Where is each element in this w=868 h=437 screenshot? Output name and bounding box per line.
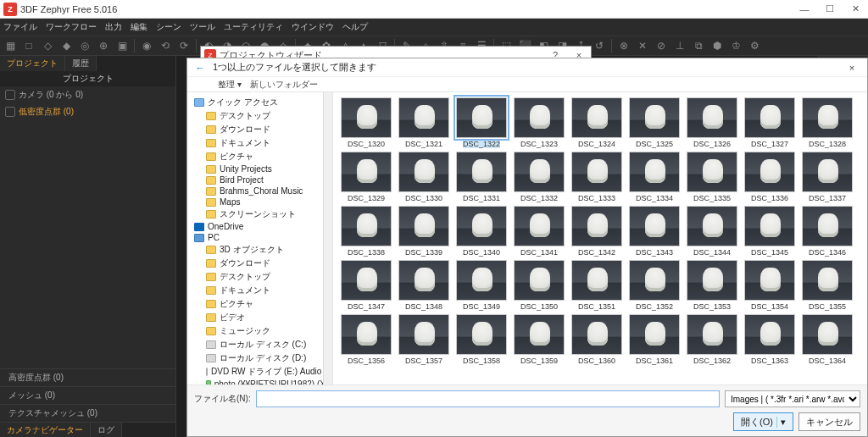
dialog-close-button[interactable]: × bbox=[842, 60, 862, 75]
thumbnail[interactable]: DSC_1353 bbox=[684, 260, 740, 311]
thumbnail[interactable]: DSC_1350 bbox=[511, 260, 567, 311]
tree-item[interactable]: photo (¥¥PIETSURU1982) (X:) bbox=[192, 379, 331, 384]
thumbnail[interactable]: DSC_1333 bbox=[569, 152, 625, 202]
menu-0[interactable]: ファイル bbox=[3, 21, 37, 33]
thumbnail[interactable]: DSC_1323 bbox=[511, 97, 567, 148]
thumbnail[interactable]: DSC_1358 bbox=[453, 314, 509, 365]
file-type-select[interactable]: Images | ( *.3fr *.ari *.arw *.avci bbox=[725, 390, 860, 407]
sidebar-item-0[interactable]: カメラ (0 から 0) bbox=[0, 86, 175, 103]
tree-item[interactable]: ダウンロード bbox=[192, 257, 331, 270]
tree-item[interactable]: ローカル ディスク (D:) bbox=[192, 351, 331, 365]
thumbnail[interactable]: DSC_1355 bbox=[799, 260, 855, 311]
sidebar-item-1[interactable]: 低密度点群 (0) bbox=[0, 103, 175, 120]
thumbnail[interactable]: DSC_1357 bbox=[396, 314, 452, 365]
thumbnail[interactable]: DSC_1337 bbox=[799, 152, 855, 202]
tree-item[interactable]: Brahms_Choral Music bbox=[192, 185, 331, 196]
tree-item[interactable]: デスクトップ bbox=[192, 270, 331, 284]
toolbar-icon-33[interactable]: ⊘ bbox=[654, 39, 668, 53]
menu-5[interactable]: ツール bbox=[190, 21, 215, 33]
tab-camera-navigator[interactable]: カメラナビゲーター bbox=[0, 423, 91, 437]
toolbar-icon-1[interactable]: □ bbox=[22, 39, 36, 53]
tree-item[interactable]: 3D オブジェクト bbox=[192, 243, 331, 257]
toolbar-icon-36[interactable]: ⬢ bbox=[710, 39, 724, 53]
tree-item[interactable]: スクリーンショット bbox=[192, 207, 331, 221]
thumbnail[interactable]: DSC_1335 bbox=[684, 152, 740, 202]
filename-input[interactable] bbox=[256, 390, 720, 407]
thumbnail[interactable]: DSC_1352 bbox=[626, 260, 682, 311]
thumbnail[interactable]: DSC_1354 bbox=[742, 260, 798, 311]
toolbar-icon-6[interactable]: ▣ bbox=[115, 39, 129, 53]
thumbnail[interactable]: DSC_1327 bbox=[742, 97, 798, 148]
tree-item[interactable]: ダウンロード bbox=[192, 123, 331, 136]
tab-history[interactable]: 履歴 bbox=[65, 56, 97, 71]
tree-item[interactable]: ドキュメント bbox=[192, 136, 331, 150]
thumbnail[interactable]: DSC_1339 bbox=[396, 206, 452, 257]
menu-6[interactable]: ユーティリティ bbox=[224, 21, 283, 33]
toolbar-icon-31[interactable]: ⊗ bbox=[617, 39, 631, 53]
thumbnail[interactable]: DSC_1320 bbox=[338, 97, 394, 148]
thumbnail[interactable]: DSC_1356 bbox=[338, 314, 394, 365]
toolbar-icon-7[interactable]: ◉ bbox=[140, 39, 153, 53]
thumbnail[interactable]: DSC_1361 bbox=[626, 314, 682, 365]
thumbnail[interactable]: DSC_1325 bbox=[626, 97, 682, 148]
toolbar-icon-5[interactable]: ⊕ bbox=[97, 39, 110, 53]
thumbnail[interactable]: DSC_1321 bbox=[396, 97, 452, 148]
tree-item[interactable]: ミュージック bbox=[192, 324, 331, 338]
thumbnail[interactable]: DSC_1343 bbox=[626, 206, 682, 257]
thumbnail[interactable]: DSC_1324 bbox=[569, 97, 625, 148]
thumbnail[interactable]: DSC_1359 bbox=[511, 314, 567, 365]
menu-2[interactable]: 出力 bbox=[105, 21, 122, 33]
toolbar-icon-34[interactable]: ⊥ bbox=[673, 39, 687, 53]
tree-item[interactable]: DVD RW ドライブ (E:) Audio CD bbox=[192, 365, 331, 379]
thumbnail[interactable]: DSC_1346 bbox=[799, 206, 855, 257]
thumbnail[interactable]: DSC_1340 bbox=[453, 206, 509, 257]
thumbnail[interactable]: DSC_1341 bbox=[511, 206, 567, 257]
newfolder-button[interactable]: 新しいフォルダー bbox=[250, 79, 318, 91]
toolbar-icon-37[interactable]: ♔ bbox=[729, 39, 743, 53]
toolbar-icon-0[interactable]: ▦ bbox=[3, 39, 17, 53]
tab-log[interactable]: ログ bbox=[91, 423, 122, 437]
thumbnail[interactable]: DSC_1344 bbox=[684, 206, 740, 257]
tree-item[interactable]: ビデオ bbox=[192, 311, 331, 324]
organize-menu[interactable]: 整理 ▾ bbox=[218, 79, 242, 91]
thumbnail[interactable]: DSC_1338 bbox=[338, 206, 394, 257]
thumbnail[interactable]: DSC_1322 bbox=[453, 97, 509, 148]
thumbnail[interactable]: DSC_1364 bbox=[799, 314, 855, 365]
folder-tree[interactable]: クイック アクセスデスクトップダウンロードドキュメントピクチャUnity Pro… bbox=[187, 92, 333, 384]
tree-item[interactable]: ドキュメント bbox=[192, 284, 331, 297]
tab-project[interactable]: プロジェクト bbox=[0, 56, 65, 71]
toolbar-icon-3[interactable]: ◆ bbox=[59, 39, 73, 53]
thumbnail[interactable]: DSC_1330 bbox=[396, 152, 452, 202]
cancel-button[interactable]: キャンセル bbox=[798, 412, 860, 431]
menu-8[interactable]: ヘルプ bbox=[342, 21, 368, 33]
thumbnail[interactable]: DSC_1349 bbox=[453, 260, 509, 311]
thumbnail[interactable]: DSC_1351 bbox=[569, 260, 625, 311]
toolbar-icon-9[interactable]: ⟳ bbox=[177, 39, 191, 53]
tree-item[interactable]: ピクチャ bbox=[192, 297, 331, 311]
thumbnail-pane[interactable]: DSC_1320DSC_1321DSC_1322DSC_1323DSC_1324… bbox=[333, 92, 867, 384]
close-button[interactable]: ✕ bbox=[843, 0, 868, 19]
menu-7[interactable]: ウインドウ bbox=[292, 21, 334, 33]
thumbnail[interactable]: DSC_1360 bbox=[569, 314, 625, 365]
tree-item[interactable]: クイック アクセス bbox=[192, 96, 331, 109]
sidebar-bottom-item-0[interactable]: 高密度点群 (0) bbox=[0, 368, 175, 386]
tree-item[interactable]: PC bbox=[192, 232, 331, 243]
back-icon[interactable]: ← bbox=[192, 60, 208, 75]
menu-4[interactable]: シーン bbox=[156, 21, 181, 33]
toolbar-icon-2[interactable]: ◇ bbox=[41, 39, 54, 53]
thumbnail[interactable]: DSC_1329 bbox=[338, 152, 394, 202]
thumbnail[interactable]: DSC_1342 bbox=[569, 206, 625, 257]
maximize-button[interactable]: ☐ bbox=[817, 0, 843, 19]
tree-item[interactable]: Maps bbox=[192, 196, 331, 207]
minimize-button[interactable]: — bbox=[792, 0, 817, 19]
thumbnail[interactable]: DSC_1362 bbox=[684, 314, 740, 365]
thumbnail[interactable]: DSC_1347 bbox=[338, 260, 394, 311]
open-button[interactable]: 開く(O) ▾ bbox=[733, 412, 793, 431]
thumbnail[interactable]: DSC_1334 bbox=[626, 152, 682, 202]
toolbar-icon-35[interactable]: ⧉ bbox=[692, 39, 705, 53]
toolbar-icon-32[interactable]: ✕ bbox=[636, 39, 649, 53]
menu-1[interactable]: ワークフロー bbox=[46, 21, 97, 33]
sidebar-bottom-item-1[interactable]: メッシュ (0) bbox=[0, 386, 175, 404]
tree-item[interactable]: デスクトップ bbox=[192, 109, 331, 123]
toolbar-icon-38[interactable]: ⚙ bbox=[748, 39, 761, 53]
